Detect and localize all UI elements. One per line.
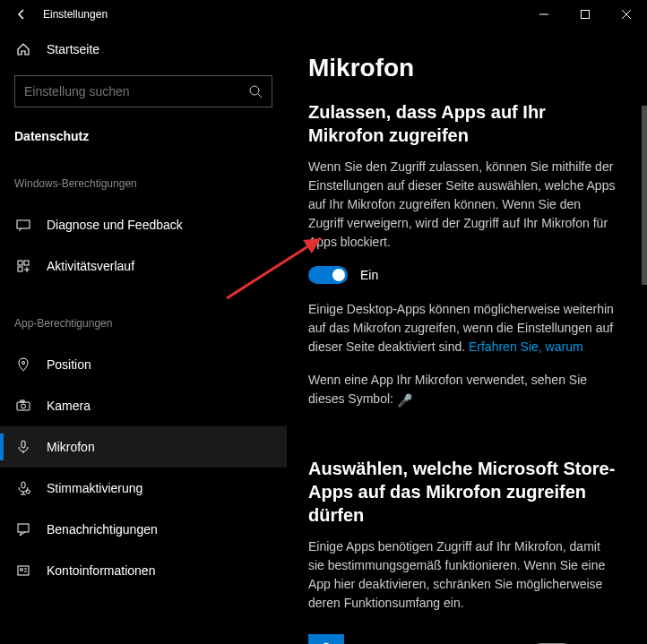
group-app-permissions: App-Berechtigungen [0,303,287,344]
sidebar-item-diagnose[interactable]: Diagnose und Feedback [0,204,287,245]
location-icon [14,357,32,372]
sidebar-item-mikrofon[interactable]: Mikrofon [0,426,287,468]
activity-icon [14,259,32,273]
svg-point-6 [22,362,25,365]
titlebar: Einstellungen [0,0,647,29]
microphone-tray-icon: 🎤 [397,391,412,410]
in-use-note: Wenn eine App Ihr Mikrofon verwendet, se… [308,371,618,410]
sidebar-item-notifications[interactable]: Benachrichtigungen [0,509,287,550]
breadcrumb: Datenschutz [0,120,287,147]
sidebar-home-label: Startseite [47,42,99,56]
svg-rect-2 [17,220,30,228]
svg-point-15 [21,569,23,571]
page-title: Mikrofon [308,54,618,82]
desktop-apps-note: Einige Desktop-Apps können möglicherweis… [308,300,618,356]
section-store-description: Einige Apps benötigen Zugriff auf Ihr Mi… [308,537,618,613]
search-icon [248,84,263,99]
sidebar-item-label: Benachrichtigungen [47,522,158,537]
svg-rect-10 [22,441,25,448]
sidebar-item-label: Kamera [47,399,91,413]
window-title: Einstellungen [43,8,108,21]
sidebar-item-label: Stimmaktivierung [47,481,142,495]
allow-mic-toggle-label: Ein [360,268,378,282]
scrollbar[interactable] [642,106,647,285]
svg-rect-3 [18,261,22,265]
svg-rect-7 [17,402,30,410]
svg-rect-11 [22,482,25,488]
allow-mic-toggle[interactable] [308,266,348,284]
learn-why-link[interactable]: Erfahren Sie, warum [469,339,583,354]
camera-icon [14,399,32,413]
voice-icon [14,481,32,495]
svg-point-12 [27,490,30,494]
back-button[interactable] [7,0,36,29]
section-store-heading: Auswählen, welche Microsoft Store-Apps a… [308,457,618,527]
sidebar: Startseite Datenschutz Windows-Berechtig… [0,29,287,644]
sidebar-item-label: Mikrofon [47,440,95,454]
section-allow-description: Wenn Sie den Zugriff zulassen, können Si… [308,158,618,252]
minimize-button[interactable] [523,0,565,29]
home-icon [14,42,32,56]
svg-point-8 [22,404,26,408]
sidebar-item-account[interactable]: Kontoinformationen [0,550,287,591]
svg-rect-0 [582,11,590,19]
close-button[interactable] [606,0,647,29]
section-allow-heading: Zulassen, dass Apps auf Ihr Mikrofon zug… [308,100,618,147]
account-icon [14,563,32,578]
sidebar-item-position[interactable]: Position [0,344,287,385]
sidebar-item-voice[interactable]: Stimmaktivierung [0,468,287,509]
sidebar-item-label: Kontoinformationen [47,563,155,578]
microphone-icon [14,440,32,454]
maximize-button[interactable] [565,0,606,29]
sidebar-home[interactable]: Startseite [0,29,287,70]
sidebar-item-activity[interactable]: Aktivitätsverlauf [0,245,287,287]
sidebar-item-label: Diagnose und Feedback [47,218,183,232]
svg-rect-4 [24,261,29,265]
3d-viewer-icon [308,634,344,644]
sidebar-item-label: Position [47,357,91,372]
search-input[interactable] [24,84,248,99]
svg-rect-13 [18,524,29,532]
svg-rect-5 [18,267,22,271]
main-content: Mikrofon Zulassen, dass Apps auf Ihr Mik… [287,29,647,644]
sidebar-item-kamera[interactable]: Kamera [0,385,287,426]
search-box[interactable] [14,75,272,107]
sidebar-item-label: Aktivitätsverlauf [47,259,134,273]
svg-point-1 [250,86,259,95]
svg-rect-14 [18,566,29,575]
feedback-icon [14,218,32,232]
svg-rect-9 [21,400,24,402]
group-windows-permissions: Windows-Berechtigungen [0,163,287,204]
notification-icon [14,522,32,537]
app-row-3dviewer: 3D-Viewer Aus [308,627,618,644]
